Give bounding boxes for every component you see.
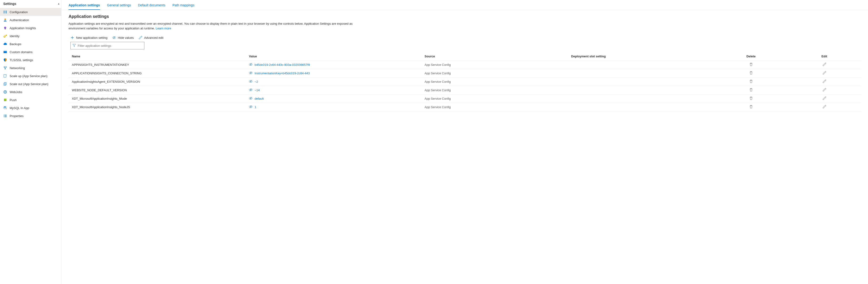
key-icon [3,34,7,38]
edit-button[interactable] [823,62,826,66]
edit-cell [788,61,861,69]
properties-icon [3,114,7,118]
delete-cell [714,61,788,69]
setting-value-cell[interactable]: default [246,94,421,103]
new-application-setting-button[interactable]: New application setting [70,36,107,39]
sidebar-item-label: WebJobs [10,90,22,94]
sidebar-item-webjobs[interactable]: WebJobs [0,88,61,96]
setting-name-cell[interactable]: APPINSIGHTS_INSTRUMENTATIONKEY [68,61,246,69]
sidebar-item-scaleup[interactable]: Scale up (App Service plan) [0,72,61,80]
col-header-value[interactable]: Value [246,53,421,61]
sidebar-item-push[interactable]: Push [0,96,61,104]
sliders-icon [3,10,7,14]
settings-toolbar: New application setting Hide values Adva… [68,36,861,39]
edit-button[interactable] [823,80,826,83]
table-row: APPLICATIONINSIGHTS_CONNECTION_STRING In… [68,69,861,78]
collapse-sidebar-icon[interactable]: ▲ [58,2,60,5]
tab-default-documents[interactable]: Default documents [138,3,165,10]
delete-button[interactable] [749,80,753,83]
tabs-bar: Application settingsGeneral settingsDefa… [62,0,868,10]
reveal-value-icon[interactable] [249,80,253,84]
advanced-edit-label: Advanced edit [144,36,163,39]
sidebar-item-scaleout[interactable]: Scale out (App Service plan) [0,80,61,88]
reveal-value-icon[interactable] [249,96,253,101]
setting-name-cell[interactable]: WEBSITE_NODE_DEFAULT_VERSION [68,86,246,94]
section-desc-text: Application settings are encrypted at re… [68,22,353,30]
reveal-value-icon[interactable] [249,88,253,92]
sidebar-item-networking[interactable]: Networking [0,64,61,72]
edit-cell [788,86,861,94]
filter-input[interactable] [78,44,142,48]
setting-source-cell: App Service Config [421,69,568,78]
setting-name-cell[interactable]: APPLICATIONINSIGHTS_CONNECTION_STRING [68,69,246,78]
setting-value-cell[interactable]: 1 [246,103,421,111]
cloud-icon [3,42,7,46]
sidebar-item-identity[interactable]: Identity [0,32,61,40]
shield-icon [3,58,7,62]
scaleout-icon [3,82,7,86]
sidebar-item-configuration[interactable]: Configuration [0,8,61,16]
edit-button[interactable] [823,88,826,92]
edit-button[interactable] [823,96,826,100]
pencil-icon [138,36,142,39]
sidebar-item-label: Configuration [10,10,28,14]
setting-value-cell[interactable]: ~2 [246,78,421,86]
tab-path-mappings[interactable]: Path mappings [172,3,194,10]
edit-cell [788,78,861,86]
sidebar-item-mysql[interactable]: MySQL In App [0,104,61,112]
new-setting-label: New application setting [76,36,107,39]
reveal-value-icon[interactable] [249,62,253,67]
sidebar-header: Settings [0,0,61,7]
delete-button[interactable] [749,62,753,66]
setting-value-text: ~2 [254,80,258,83]
setting-slot-cell [568,86,714,94]
delete-button[interactable] [749,105,753,109]
table-row: XDT_MicrosoftApplicationInsights_NodeJS … [68,103,861,111]
sidebar-item-label: Properties [10,114,24,118]
setting-name-cell[interactable]: XDT_MicrosoftApplicationInsights_Mode [68,94,246,103]
delete-button[interactable] [749,88,753,92]
webjobs-icon [3,90,7,94]
table-row: APPINSIGHTS_INSTRUMENTATIONKEY b45dc019-… [68,61,861,69]
setting-name-cell[interactable]: XDT_MicrosoftApplicationInsights_NodeJS [68,103,246,111]
tab-general-settings[interactable]: General settings [107,3,131,10]
tab-app-settings[interactable]: Application settings [68,3,100,10]
bulb-icon [3,26,7,30]
sidebar-item-label: Networking [10,66,25,70]
delete-button[interactable] [749,96,753,100]
reveal-value-icon[interactable] [249,71,253,76]
sidebar-item-tls[interactable]: TLS/SSL settings [0,56,61,64]
delete-button[interactable] [749,71,753,75]
hide-values-label: Hide values [118,36,134,39]
setting-slot-cell [568,61,714,69]
reveal-value-icon[interactable] [249,105,253,109]
setting-name-cell[interactable]: ApplicationInsightsAgent_EXTENSION_VERSI… [68,78,246,86]
delete-cell [714,69,788,78]
filter-input-container[interactable] [70,42,145,49]
learn-more-link[interactable]: Learn more [156,27,171,30]
person-icon [3,18,7,22]
edit-button[interactable] [823,71,826,75]
col-header-source[interactable]: Source [421,53,568,61]
edit-button[interactable] [823,105,826,109]
setting-value-cell[interactable]: InstrumentationKey=b45dc019-2c64-443 [246,69,421,78]
sidebar-item-backups[interactable]: Backups [0,40,61,48]
hide-values-button[interactable]: Hide values [112,36,134,39]
sidebar-item-properties[interactable]: Properties [0,112,61,120]
edit-cell [788,69,861,78]
sidebar-item-appinsights[interactable]: Application Insights [0,24,61,32]
settings-sidebar: Settings ▲ ConfigurationAuthenticationAp… [0,0,62,284]
sidebar-item-label: TLS/SSL settings [10,58,33,62]
sidebar-item-customdomains[interactable]: Custom domains [0,48,61,56]
setting-value-cell[interactable]: ~14 [246,86,421,94]
setting-source-cell: App Service Config [421,103,568,111]
setting-value-cell[interactable]: b45dc019-2c64-443c-903a-032036657f9 [246,61,421,69]
col-header-slot[interactable]: Deployment slot setting [568,53,714,61]
col-header-name[interactable]: Name [68,53,246,61]
setting-slot-cell [568,103,714,111]
sidebar-item-label: MySQL In App [10,106,29,110]
col-header-delete: Delete [714,53,788,61]
advanced-edit-button[interactable]: Advanced edit [138,36,163,39]
setting-value-text: 1 [254,105,256,109]
sidebar-item-authentication[interactable]: Authentication [0,16,61,24]
